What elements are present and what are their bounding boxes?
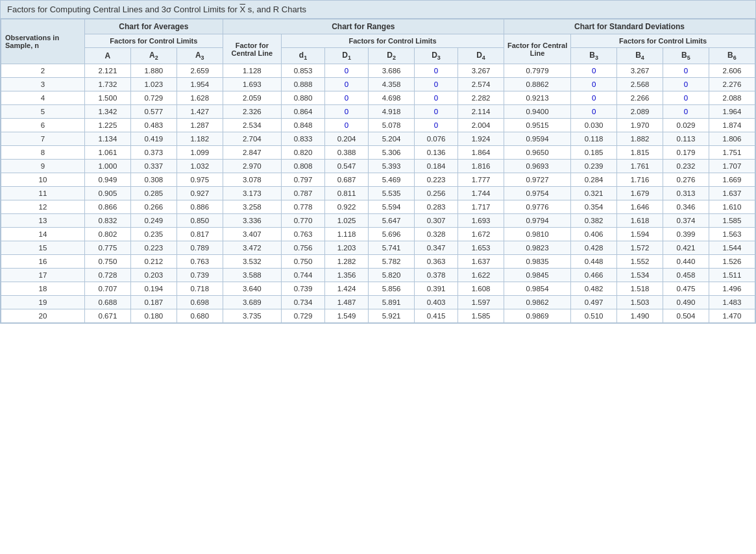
val-D2: 5.891 (369, 296, 415, 309)
val-B5: 0.399 (663, 228, 709, 241)
val-D3: 0.328 (415, 228, 458, 241)
val-A3: 2.659 (177, 64, 223, 78)
val-B3: 0 (571, 64, 617, 78)
val-D1: 0 (325, 105, 369, 119)
val-B5: 0.232 (663, 160, 709, 173)
val-c4: 0.9854 (504, 282, 571, 296)
val-d2: 2.534 (223, 119, 281, 132)
val-d2: 3.078 (223, 173, 281, 187)
val-A: 1.500 (84, 91, 130, 105)
val-B6: 1.511 (709, 269, 755, 282)
val-D4: 1.693 (458, 214, 504, 228)
val-B5: 0.440 (663, 255, 709, 269)
val-A2: 0.266 (130, 200, 177, 214)
val-D3: 0.223 (415, 173, 458, 187)
table-row: 140.8020.2350.8173.4070.7631.1185.6960.3… (1, 228, 755, 241)
val-D3: 0.136 (415, 146, 458, 160)
val-d1: 0.864 (282, 105, 325, 119)
val-A3: 0.817 (177, 228, 223, 241)
val-d1: 0.820 (282, 146, 325, 160)
val-A3: 0.718 (177, 282, 223, 296)
val-d2: 3.640 (223, 282, 281, 296)
val-B5: 0.475 (663, 282, 709, 296)
val-d1: 0.880 (282, 91, 325, 105)
factor-central-std: Factor for Central Line (504, 34, 571, 64)
factors-control-range: Factors for Control Limits (282, 34, 504, 48)
val-A2: 0.180 (130, 309, 177, 323)
val-d2: 2.326 (223, 105, 281, 119)
val-d1: 0.797 (282, 173, 325, 187)
obs-value: 12 (1, 200, 85, 214)
val-D3: 0 (415, 78, 458, 91)
val-D2: 5.820 (369, 269, 415, 282)
val-B5: 0.276 (663, 173, 709, 187)
val-A3: 1.427 (177, 105, 223, 119)
val-A: 0.866 (84, 200, 130, 214)
val-B4: 1.679 (617, 187, 663, 200)
val-D2: 5.535 (369, 187, 415, 200)
val-c4: 0.9727 (504, 173, 571, 187)
val-D3: 0.415 (415, 309, 458, 323)
val-d1: 0.833 (282, 132, 325, 146)
val-D4: 1.608 (458, 282, 504, 296)
val-d1: 0.744 (282, 269, 325, 282)
val-D3: 0 (415, 105, 458, 119)
val-D4: 2.114 (458, 105, 504, 119)
val-B5: 0.179 (663, 146, 709, 160)
val-D3: 0.076 (415, 132, 458, 146)
val-D1: 0.687 (325, 173, 369, 187)
val-B3: 0.030 (571, 119, 617, 132)
obs-value: 10 (1, 173, 85, 187)
val-B4: 1.552 (617, 255, 663, 269)
val-c4: 0.9650 (504, 146, 571, 160)
val-d1: 0.888 (282, 78, 325, 91)
val-A3: 0.789 (177, 241, 223, 255)
val-D2: 5.647 (369, 214, 415, 228)
val-B3: 0.239 (571, 160, 617, 173)
val-B5: 0.029 (663, 119, 709, 132)
val-D2: 5.306 (369, 146, 415, 160)
col-B3-header: B3 (571, 48, 617, 64)
val-D3: 0 (415, 119, 458, 132)
val-D2: 5.782 (369, 255, 415, 269)
val-D1: 1.549 (325, 309, 369, 323)
val-D1: 0 (325, 64, 369, 78)
val-A: 0.750 (84, 255, 130, 269)
val-A2: 0.212 (130, 255, 177, 269)
val-c4: 0.9810 (504, 228, 571, 241)
obs-value: 9 (1, 160, 85, 173)
main-container: Factors for Computing Central Lines and … (0, 0, 756, 324)
obs-value: 3 (1, 78, 85, 91)
val-A: 0.949 (84, 173, 130, 187)
val-D2: 4.918 (369, 105, 415, 119)
val-B5: 0.374 (663, 214, 709, 228)
val-c4: 0.7979 (504, 64, 571, 78)
val-A3: 1.954 (177, 78, 223, 91)
val-B3: 0.428 (571, 241, 617, 255)
val-A2: 0.419 (130, 132, 177, 146)
obs-value: 19 (1, 296, 85, 309)
val-B4: 1.761 (617, 160, 663, 173)
val-B4: 1.815 (617, 146, 663, 160)
col-D3-header: D3 (415, 48, 458, 64)
val-D2: 3.686 (369, 64, 415, 78)
val-d2: 2.970 (223, 160, 281, 173)
val-B3: 0.321 (571, 187, 617, 200)
val-D2: 5.696 (369, 228, 415, 241)
val-B5: 0.346 (663, 200, 709, 214)
val-A2: 0.483 (130, 119, 177, 132)
chart-averages-header: Chart for Averages (84, 19, 223, 34)
table-row: 120.8660.2660.8863.2580.7780.9225.5940.2… (1, 200, 755, 214)
table-row: 170.7280.2030.7393.5880.7441.3565.8200.3… (1, 269, 755, 282)
obs-value: 8 (1, 146, 85, 160)
val-d1: 0.750 (282, 255, 325, 269)
obs-value: 16 (1, 255, 85, 269)
val-A2: 1.023 (130, 78, 177, 91)
val-d1: 0.739 (282, 282, 325, 296)
val-B6: 1.585 (709, 214, 755, 228)
val-D1: 1.025 (325, 214, 369, 228)
val-D1: 0.922 (325, 200, 369, 214)
val-c4: 0.9693 (504, 160, 571, 173)
val-D1: 1.203 (325, 241, 369, 255)
val-B6: 1.707 (709, 160, 755, 173)
